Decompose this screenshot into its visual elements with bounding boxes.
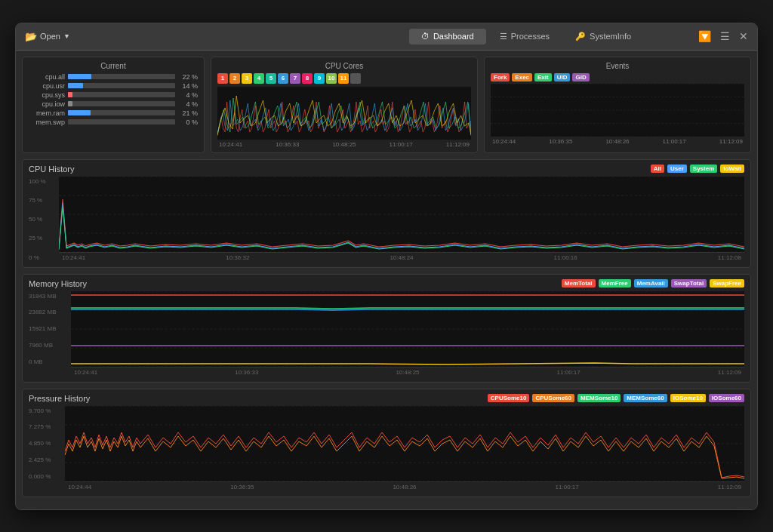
dashboard-tab-icon: ⏱ <box>421 32 430 41</box>
events-x-labels: 10:24:44 10:36:35 10:48:26 11:00:17 11:1… <box>491 138 744 145</box>
metric-bar-container <box>68 119 175 125</box>
current-panel-title: Current <box>29 62 198 70</box>
x-label: 10:48:25 <box>396 369 419 376</box>
y-label: 2.425 % <box>29 457 62 463</box>
metric-label: mem.ram <box>29 109 65 117</box>
y-label: 23882 MB <box>29 309 68 315</box>
y-label: 50 % <box>29 216 42 223</box>
metric-row: cpu.iow 4 % <box>29 100 198 108</box>
core-number: 2 <box>229 73 240 84</box>
metric-value: 22 % <box>178 73 198 81</box>
x-label: 10:36:33 <box>276 141 299 148</box>
legend-item: User <box>667 165 687 173</box>
titlebar-right: 🔽 ☰ ✕ <box>698 30 748 42</box>
event-legend-item: Fork <box>491 73 510 81</box>
x-label: 10:36:33 <box>235 369 258 376</box>
legend-item: All <box>651 165 664 173</box>
legend-item: SwapFree <box>710 279 744 288</box>
x-label: 11:00:17 <box>663 138 686 145</box>
tab-systeminfo[interactable]: 🔑 SystemInfo <box>563 29 643 45</box>
x-label: 11:12:09 <box>718 369 741 376</box>
pressure-y-labels: 9.700 % 7.275 % 4.850 % 2.425 % 0.000 % <box>29 406 62 481</box>
pressure-history-panel: Pressure History CPUSome10CPUSome60MEMSo… <box>22 389 751 497</box>
metric-bar-container <box>68 74 175 79</box>
legend-item: IOSome60 <box>709 394 744 402</box>
dashboard-tab-label: Dashboard <box>433 32 474 41</box>
legend-item: SwapTotal <box>671 279 707 288</box>
systeminfo-tab-icon: 🔑 <box>575 32 586 42</box>
x-label: 11:00:17 <box>390 141 413 148</box>
memory-history-legend: MemTotalMemFreeMemAvailSwapTotalSwapFree <box>562 279 744 288</box>
core-number: 5 <box>266 73 276 84</box>
metric-value: 4 % <box>178 100 198 108</box>
metric-value: 4 % <box>178 91 198 99</box>
metric-label: cpu.sys <box>29 91 65 99</box>
pressure-history-title: Pressure History <box>29 394 90 403</box>
core-number: 7 <box>290 73 300 84</box>
mem-y-labels: 31843 MB 23882 MB 15921 MB 7960 MB 0 MB <box>29 291 68 367</box>
memory-history-panel: Memory History MemTotalMemFreeMemAvailSw… <box>22 274 751 383</box>
events-chart <box>491 84 744 137</box>
minimize-icon[interactable]: 🔽 <box>698 30 711 42</box>
systeminfo-tab-label: SystemInfo <box>590 32 631 41</box>
x-label: 11:12:08 <box>718 254 741 261</box>
metric-row: cpu.sys 4 % <box>29 91 198 99</box>
menu-icon[interactable]: ☰ <box>720 30 730 42</box>
cpu-x-labels: 10:24:41 10:36:32 10:48:24 11:00:16 11:1… <box>59 252 744 263</box>
legend-item: MEMSome60 <box>624 394 667 402</box>
tab-dashboard[interactable]: ⏱ Dashboard <box>409 29 486 45</box>
event-legend: ForkExecExitUIDGID <box>491 73 744 81</box>
core-number: 6 <box>278 73 288 84</box>
x-label: 10:36:35 <box>230 484 254 490</box>
metric-bar-container <box>68 83 175 88</box>
metric-value: 21 % <box>178 109 198 117</box>
legend-item: CPUSome60 <box>532 394 574 402</box>
metric-bar <box>68 101 72 106</box>
metric-bar <box>68 92 72 97</box>
x-label: 10:36:35 <box>549 138 572 145</box>
legend-item: MEMSome10 <box>577 394 621 402</box>
core-numbers: 1234567891011 <box>217 73 471 84</box>
metric-bar-container <box>68 92 175 97</box>
x-label: 10:24:41 <box>62 254 85 261</box>
close-icon[interactable]: ✕ <box>739 30 748 42</box>
processes-tab-label: Processes <box>511 32 550 41</box>
open-icon: 📂 <box>25 31 37 42</box>
y-label: 0 MB <box>29 358 68 365</box>
y-label: 25 % <box>29 235 42 241</box>
cpu-cores-title: CPU Cores <box>217 62 471 70</box>
metric-row: mem.swp 0 % <box>29 118 198 126</box>
metric-bar <box>68 74 91 79</box>
metric-row: cpu.usr 14 % <box>29 82 198 90</box>
x-label: 10:48:26 <box>393 484 416 490</box>
cpu-cores-chart <box>217 87 471 140</box>
metric-label: cpu.usr <box>29 82 65 90</box>
processes-tab-icon: ☰ <box>500 32 507 42</box>
core-number: 3 <box>242 73 252 84</box>
x-label: 10:48:25 <box>332 141 356 148</box>
core-number: 8 <box>302 73 313 84</box>
legend-item: CPUSome10 <box>488 394 530 402</box>
y-label: 0.000 % <box>29 473 62 480</box>
open-button[interactable]: 📂 Open ▼ <box>25 31 70 42</box>
y-label: 31843 MB <box>29 293 68 300</box>
tab-processes[interactable]: ☰ Processes <box>488 29 562 45</box>
y-label: 15921 MB <box>29 325 68 332</box>
x-label: 11:00:17 <box>556 484 579 490</box>
top-row: Current cpu.all 22 % cpu.usr 14 % cpu.sy… <box>22 57 751 153</box>
cpu-history-chart <box>59 177 744 252</box>
pressure-history-legend: CPUSome10CPUSome60MEMSome10MEMSome60IOSo… <box>488 394 744 402</box>
memory-history-chart <box>71 291 744 367</box>
cpu-cores-panel: CPU Cores 1234567891011 <box>211 57 478 153</box>
events-panel: Events ForkExecExitUIDGID 10:24:44 <box>484 57 751 153</box>
current-panel: Current cpu.all 22 % cpu.usr 14 % cpu.sy… <box>22 57 205 153</box>
y-label: 7.275 % <box>29 423 62 430</box>
x-label: 10:48:24 <box>390 254 413 261</box>
core-number: 4 <box>254 73 264 84</box>
cpu-history-legend: AllUserSystemIoWait <box>651 165 744 173</box>
main-content: Current cpu.all 22 % cpu.usr 14 % cpu.sy… <box>16 51 757 509</box>
pressure-x-labels: 10:24:44 10:36:35 10:48:26 11:00:17 11:1… <box>65 481 744 492</box>
cpu-history-title: CPU History <box>29 165 75 174</box>
x-label: 10:24:44 <box>492 138 516 145</box>
y-label: 100 % <box>29 178 46 185</box>
